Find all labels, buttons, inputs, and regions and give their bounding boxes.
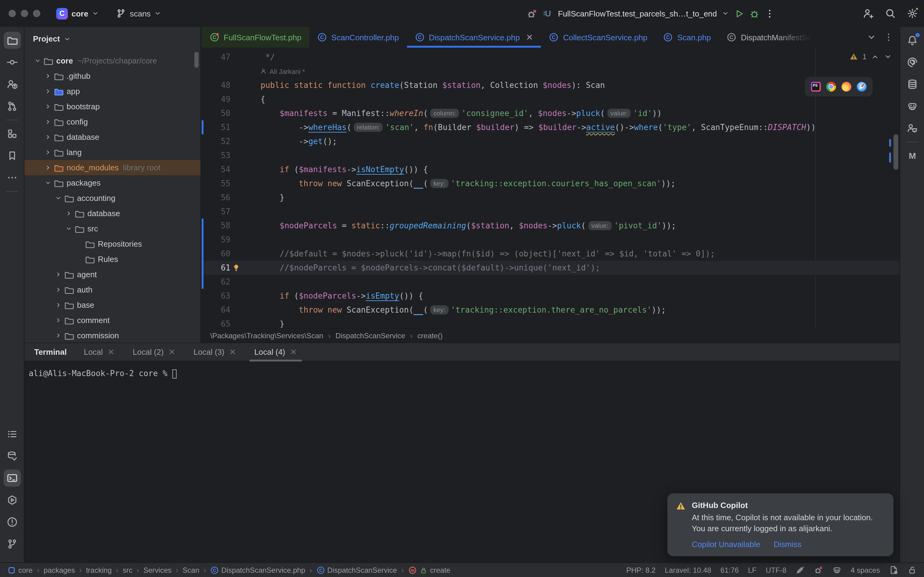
tree-item-comment[interactable]: comment — [24, 313, 200, 328]
code-line-50[interactable]: 50 $manifests = Manifest::whereIn(column… — [202, 106, 900, 120]
window-controls[interactable] — [8, 10, 40, 17]
line-number[interactable]: 53 — [204, 148, 230, 163]
line-number[interactable]: 62 — [204, 275, 230, 289]
tool-button-more[interactable] — [3, 169, 21, 186]
zoom-window-button[interactable] — [33, 10, 40, 17]
close-icon[interactable]: ✕ — [169, 347, 175, 356]
line-number[interactable]: 57 — [204, 205, 230, 219]
chevron-right-icon[interactable] — [54, 331, 62, 340]
chrome-icon[interactable] — [826, 82, 836, 92]
editor-tab-ScanController.php[interactable]: CScanController.php — [309, 27, 407, 48]
status-breadcrumb-item[interactable]: packages — [44, 566, 75, 574]
tree-item-src[interactable]: src — [24, 221, 200, 236]
code-line-55[interactable]: 55 throw new ScanException(__(key:'track… — [202, 176, 900, 190]
code-line-60[interactable]: 60 //$default = $nodes->pluck('id')->map… — [202, 247, 900, 261]
breadcrumb-item[interactable]: DispatchScanService — [336, 331, 405, 340]
breadcrumb-item[interactable]: create() — [417, 331, 443, 340]
tool-button-problems[interactable] — [3, 514, 21, 530]
code-editor[interactable]: 47 */Ali Jarkani *48 public static funct… — [202, 48, 900, 328]
terminal-tab-Local (2)[interactable]: Local (2)✕ — [131, 343, 176, 361]
tool-button-commit[interactable] — [3, 54, 21, 71]
chevron-down-icon[interactable] — [54, 194, 62, 202]
code-line-56[interactable]: 56 } — [202, 190, 900, 205]
highlighting-off-icon[interactable] — [796, 566, 805, 575]
terminal-tab-Local[interactable]: Local✕ — [82, 343, 115, 361]
editor-tab-FullScanFlowTest.php[interactable]: CFullScanFlowTest.php — [202, 27, 309, 48]
chevron-right-icon[interactable] — [44, 72, 52, 80]
phpstorm-icon[interactable]: PS — [811, 82, 821, 92]
code-line-58[interactable]: 58 $nodeParcels = static::groupedRemaini… — [202, 219, 900, 233]
code-line-62[interactable]: 62 — [202, 275, 900, 289]
branch-widget[interactable]: scans — [116, 8, 162, 18]
run-configuration-name[interactable]: FullScanFlowTest.test_parcels_sh…t_to_en… — [558, 9, 717, 18]
chevron-right-icon[interactable] — [54, 270, 62, 279]
code-with-me-icon[interactable] — [863, 8, 874, 19]
code-author-annotation[interactable]: Ali Jarkani * — [202, 64, 900, 78]
settings-button[interactable] — [907, 8, 918, 19]
code-line-59[interactable]: 59 — [202, 233, 900, 247]
tool-button-structure[interactable] — [3, 125, 21, 142]
tool-button-copilot-chat[interactable] — [903, 120, 921, 137]
line-number[interactable]: 51 — [204, 120, 230, 134]
tool-button-marketplace[interactable]: M — [903, 147, 921, 164]
chevron-down-icon[interactable] — [33, 56, 42, 65]
minimize-window-button[interactable] — [21, 10, 28, 17]
line-number[interactable]: 59 — [204, 233, 230, 247]
run-button[interactable] — [734, 8, 744, 19]
caret-position[interactable]: 61:76 — [720, 566, 739, 574]
chevron-right-icon[interactable] — [44, 163, 52, 172]
chevron-right-icon[interactable] — [54, 316, 62, 324]
tree-item-agent[interactable]: agent — [24, 267, 200, 282]
line-number[interactable]: 58 — [204, 219, 230, 233]
close-icon[interactable]: ✕ — [229, 347, 236, 356]
code-line-61[interactable]: 61 //$nodeParcels = $nodeParcels->concat… — [202, 261, 900, 275]
chevron-right-icon[interactable] — [44, 133, 52, 141]
project-tree-scrollbar[interactable] — [194, 52, 199, 68]
tree-item-app[interactable]: app — [24, 84, 200, 99]
code-line-64[interactable]: 64 throw new ScanException(__(key:'track… — [202, 303, 900, 317]
line-number[interactable]: 55 — [204, 176, 230, 190]
previous-problem-icon[interactable] — [871, 53, 879, 61]
code-line-65[interactable]: 65 } — [202, 317, 900, 328]
line-number[interactable]: 60 — [204, 247, 230, 261]
debug-button[interactable] — [749, 8, 759, 19]
dismiss-link[interactable]: Dismiss — [774, 540, 801, 549]
code-line-57[interactable]: 57 — [202, 205, 900, 219]
copilot-unavailable-link[interactable]: Copilot Unavailable — [692, 540, 760, 549]
chevron-right-icon[interactable] — [54, 285, 62, 294]
line-number[interactable]: 48 — [204, 78, 230, 92]
line-number[interactable]: 49 — [204, 92, 230, 106]
tool-button-code-review[interactable] — [3, 76, 21, 93]
project-panel-header[interactable]: Project — [24, 27, 200, 48]
code-line-49[interactable]: 49 { — [202, 92, 900, 106]
tool-button-version-control[interactable] — [3, 535, 21, 553]
chevron-right-icon[interactable] — [44, 148, 52, 156]
line-number[interactable]: 63 — [204, 289, 230, 303]
breadcrumb-item[interactable]: \Packages\Tracking\Services\Scan — [210, 331, 323, 340]
chevron-right-icon[interactable] — [44, 87, 52, 95]
code-line-63[interactable]: 63 if ($nodeParcels->isEmpty()) { — [202, 289, 900, 303]
close-icon[interactable]: ✕ — [526, 33, 533, 42]
status-breadcrumb-item[interactable]: CDispatchScanService.php — [210, 566, 305, 574]
debug-muted-icon[interactable] — [814, 566, 823, 575]
tree-item-node_modules[interactable]: node_moduleslibrary root — [24, 160, 200, 175]
tool-button-terminal[interactable] — [3, 469, 21, 487]
code-line-52[interactable]: 52 ->get(); — [202, 134, 900, 148]
intention-bulb-icon[interactable] — [232, 264, 240, 272]
file-writable-icon[interactable] — [908, 566, 917, 575]
chevron-down-icon[interactable] — [44, 179, 52, 187]
close-icon[interactable]: ✕ — [108, 347, 115, 356]
chevron-right-icon[interactable] — [54, 301, 62, 309]
code-line-51[interactable]: 51 ->whereHas(relation:'scan', fn(Builde… — [202, 120, 900, 134]
editor-tab-Scan.php[interactable]: CScan.php — [656, 27, 719, 48]
tree-item-auth[interactable]: auth — [24, 282, 200, 297]
tool-button-bookmarks[interactable] — [3, 147, 21, 164]
line-number[interactable]: 65 — [204, 317, 230, 328]
search-everywhere-icon[interactable] — [885, 8, 896, 19]
tree-item-database[interactable]: database — [24, 129, 200, 145]
tool-button-notifications[interactable] — [903, 32, 921, 49]
line-separator[interactable]: LF — [748, 566, 756, 574]
code-line-48[interactable]: 48 public static function create(Station… — [202, 78, 900, 92]
hidden-tabs-icon[interactable] — [867, 32, 876, 42]
status-breadcrumb-item[interactable]: src — [123, 566, 132, 574]
